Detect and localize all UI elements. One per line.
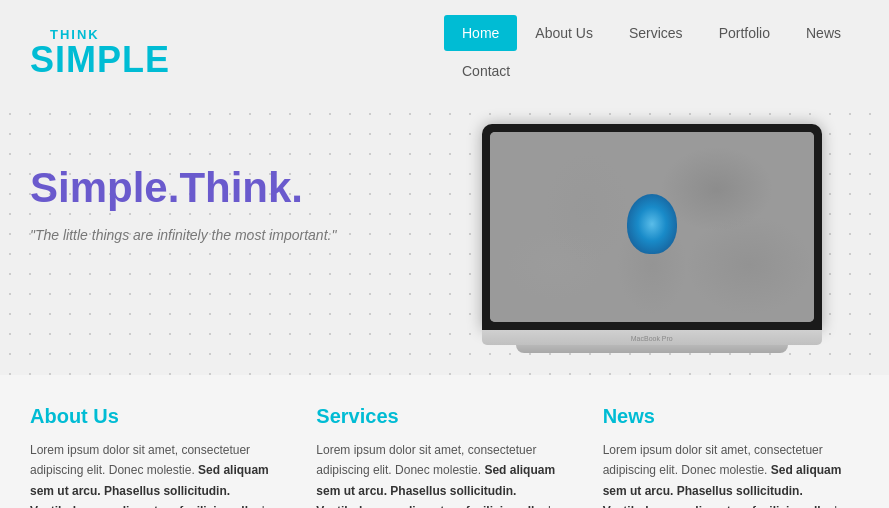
services-card-title: Services (316, 405, 572, 428)
nav-services[interactable]: Services (611, 15, 701, 51)
navigation: Home About Us Services Portfolio News Co… (444, 15, 859, 89)
about-card-text: Lorem ipsum dolor sit amet, consectetuer… (30, 440, 286, 508)
news-card: News Lorem ipsum dolor sit amet, consect… (603, 405, 859, 508)
logo-simple-text: SIMPLE (30, 42, 170, 78)
services-card-text: Lorem ipsum dolor sit amet, consectetuer… (316, 440, 572, 508)
nav-contact[interactable]: Contact (444, 53, 528, 89)
hero-image: MacBook Pro (445, 124, 860, 345)
laptop-label: MacBook Pro (631, 335, 673, 342)
hero-text: Simple.Think. "The little things are inf… (30, 124, 445, 243)
laptop-base: MacBook Pro (482, 330, 822, 345)
news-card-text: Lorem ipsum dolor sit amet, consectetuer… (603, 440, 859, 508)
laptop-screen-wrapper (482, 124, 822, 330)
logo: THINK SIMPLE (30, 27, 170, 78)
blue-skull-element (627, 194, 677, 254)
laptop-mockup: MacBook Pro (482, 124, 822, 345)
hero-title: Simple.Think. (30, 164, 445, 212)
about-card: About Us Lorem ipsum dolor sit amet, con… (30, 405, 286, 508)
header: THINK SIMPLE Home About Us Services Port… (0, 0, 889, 104)
cards-section: About Us Lorem ipsum dolor sit amet, con… (0, 375, 889, 508)
hero-section: Simple.Think. "The little things are inf… (0, 104, 889, 375)
nav-home[interactable]: Home (444, 15, 517, 51)
news-card-title: News (603, 405, 859, 428)
nav-about[interactable]: About Us (517, 15, 611, 51)
nav-portfolio[interactable]: Portfolio (701, 15, 788, 51)
hero-quote: "The little things are infinitely the mo… (30, 227, 445, 243)
laptop-screen (490, 132, 814, 322)
services-card: Services Lorem ipsum dolor sit amet, con… (316, 405, 572, 508)
nav-row-2: Contact (444, 53, 528, 89)
nav-row-1: Home About Us Services Portfolio News (444, 15, 859, 51)
about-card-title: About Us (30, 405, 286, 428)
nav-news[interactable]: News (788, 15, 859, 51)
